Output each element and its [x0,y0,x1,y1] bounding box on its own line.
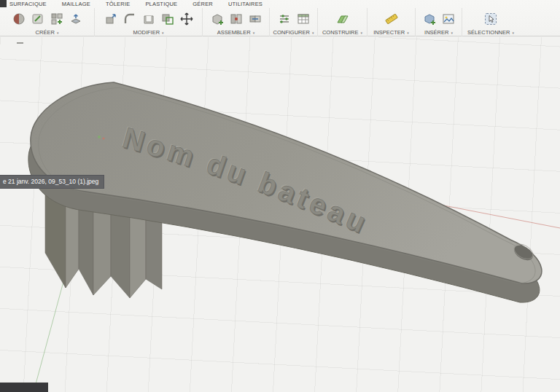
chevron-down-icon: ▾ [451,31,453,35]
group-label-construire[interactable]: CONSTRUIRE▾ [322,29,362,36]
tab-tolerie[interactable]: TÔLERIE [106,1,131,7]
ribbon-groups: CRÉER▾ [0,8,560,36]
scene-canvas[interactable]: Nom du bateau Nom du bateau Nom du batea… [0,37,560,392]
construction-plane-icon[interactable] [334,10,351,28]
chevron-down-icon: ▾ [512,31,514,35]
rigid-group-icon[interactable] [246,10,264,28]
joint-icon[interactable] [228,10,245,28]
group-label-inserer[interactable]: INSÉRER▾ [424,29,453,36]
insert-image-icon[interactable] [440,10,457,28]
chevron-down-icon: ▾ [312,31,314,35]
configuration-table-icon[interactable] [295,10,312,28]
group-inspecter: INSPECTER▾ [368,8,416,36]
tab-plastique[interactable]: PLASTIQUE [145,1,177,7]
move-copy-icon[interactable] [178,10,195,28]
group-inserer: INSÉRER▾ [416,8,462,36]
chevron-down-icon: ▾ [407,31,409,35]
window-corner-fragment [0,0,7,7]
group-label-creer[interactable]: CRÉER▾ [36,29,59,36]
3d-viewport[interactable]: Nom du bateau Nom du bateau Nom du batea… [0,37,560,392]
tab-gerer[interactable]: GÉRER [192,1,213,7]
configuration-icon[interactable] [276,10,293,28]
combine-icon[interactable] [159,10,176,28]
chevron-down-icon: ▾ [253,31,255,35]
fillet-icon[interactable] [121,10,139,28]
group-label-assembler[interactable]: ASSEMBLER▾ [217,29,254,36]
shell-icon[interactable] [140,10,158,28]
group-label-selectionner[interactable]: SÉLECTIONNER▾ [467,29,514,36]
tab-maillage[interactable]: MAILLAGE [62,1,90,7]
group-creer: CRÉER▾ [0,8,95,36]
chevron-down-icon: ▾ [162,31,164,35]
tab-surfacique[interactable]: SURFACIQUE [9,1,47,7]
chevron-down-icon: ▾ [57,31,59,35]
tab-utilitaires[interactable]: UTILITAIRES [228,1,262,7]
chevron-down-icon: ▾ [361,31,363,35]
ribbon-tab-bar: SURFACIQUE MAILLAGE TÔLERIE PLASTIQUE GÉ… [0,0,560,8]
measure-icon[interactable] [383,10,400,28]
insert-derive-icon[interactable] [421,10,438,28]
extrude-icon[interactable] [67,10,85,28]
taskbar-fragment [0,383,48,392]
browser-toggle-dash[interactable] [17,42,23,44]
create-form-icon[interactable] [10,10,28,28]
file-name-label: e 21 janv. 2026, 09_53_10 (1).jpeg [0,175,104,189]
group-selectionner: SÉLECTIONNER▾ [462,8,519,36]
group-label-modifier[interactable]: MODIFIER▾ [133,29,163,36]
group-assembler: ASSEMBLER▾ [203,8,270,36]
press-pull-icon[interactable] [102,10,120,28]
pattern-icon[interactable] [48,10,66,28]
group-configurer: CONFIGURER▾ [270,8,318,36]
group-label-configurer[interactable]: CONFIGURER▾ [273,29,314,36]
select-icon[interactable] [482,10,499,28]
toolbar: SURFACIQUE MAILLAGE TÔLERIE PLASTIQUE GÉ… [0,0,560,36]
create-sketch-icon[interactable] [29,10,47,28]
group-construire: CONSTRUIRE▾ [318,8,368,36]
group-modifier: MODIFIER▾ [95,8,203,36]
new-component-icon[interactable] [209,10,226,28]
group-label-inspecter[interactable]: INSPECTER▾ [373,29,408,36]
